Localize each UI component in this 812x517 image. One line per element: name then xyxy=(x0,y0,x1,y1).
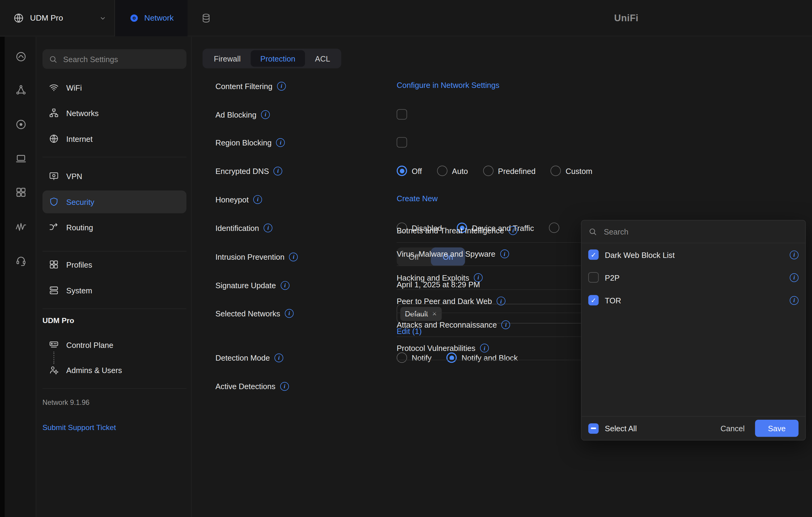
encrypted-dns-option-predefined[interactable]: Predefined xyxy=(483,166,535,176)
sidebar-item-networks[interactable]: Networks xyxy=(42,101,186,124)
list-item-p2p[interactable]: P2P xyxy=(582,266,805,289)
setting-label-selected-networks: Selected Networks xyxy=(215,307,293,320)
save-button[interactable]: Save xyxy=(755,420,799,437)
sidebar-item-label: WiFi xyxy=(66,83,82,92)
app-tab-label: Network xyxy=(144,13,174,23)
encrypted-dns-radio-group: Off Auto Predefined Custom xyxy=(397,164,592,177)
info-icon[interactable] xyxy=(790,250,799,259)
info-icon[interactable] xyxy=(790,273,799,282)
chevron-down-icon xyxy=(99,15,106,22)
setting-label-encrypted-dns: Encrypted DNS xyxy=(215,164,282,177)
encrypted-dns-option-auto[interactable]: Auto xyxy=(437,166,468,176)
popup-search-input[interactable] xyxy=(603,227,758,236)
sidebar-item-label: Routing xyxy=(66,223,93,232)
networks-icon xyxy=(49,108,59,118)
info-icon[interactable] xyxy=(274,353,283,362)
popup-footer: Select All Cancel Save xyxy=(582,416,805,440)
region-blocking-checkbox[interactable] xyxy=(397,137,407,148)
wifi-icon xyxy=(49,83,59,93)
info-icon[interactable] xyxy=(280,382,289,391)
divider xyxy=(42,251,186,251)
version-text: Network 9.1.96 xyxy=(42,398,89,406)
encrypted-dns-option-custom[interactable]: Custom xyxy=(551,166,592,176)
search-settings-input[interactable] xyxy=(62,54,166,64)
unifi-logo: UniFi xyxy=(614,0,639,36)
info-icon[interactable] xyxy=(474,273,483,282)
tab-firewall[interactable]: Firewall xyxy=(204,50,251,67)
setting-label-detection-mode: Detection Mode xyxy=(215,352,283,364)
sidebar-item-label: Profiles xyxy=(66,260,92,269)
list-item-dark-web-block-list[interactable]: Dark Web Block List xyxy=(582,243,805,266)
divider xyxy=(42,157,186,157)
devices-icon[interactable] xyxy=(14,152,27,164)
setting-label-identification: Identification xyxy=(215,221,272,234)
radio-icon xyxy=(483,166,493,176)
info-icon[interactable] xyxy=(509,226,518,235)
sidebar-item-routing[interactable]: Routing xyxy=(42,216,186,239)
tab-protection[interactable]: Protection xyxy=(251,50,305,67)
top-bar: UDM Pro Network UniFi xyxy=(0,0,812,36)
info-icon[interactable] xyxy=(790,296,799,305)
database-icon[interactable] xyxy=(195,0,218,36)
info-icon[interactable] xyxy=(277,82,286,90)
info-icon[interactable] xyxy=(500,250,509,258)
tor-checkbox[interactable] xyxy=(588,295,599,305)
sidebar-item-system[interactable]: System xyxy=(42,279,186,302)
sidebar-item-security[interactable]: Security xyxy=(42,191,186,213)
sidebar-item-vpn[interactable]: VPN xyxy=(42,164,186,187)
sidebar-item-wifi[interactable]: WiFi xyxy=(42,76,186,99)
select-all-checkbox[interactable] xyxy=(588,423,599,433)
network-rail-icon[interactable] xyxy=(14,118,27,130)
sidebar-item-label: System xyxy=(66,286,92,295)
vpn-icon xyxy=(49,171,59,181)
sidebar-item-profiles[interactable]: Profiles xyxy=(42,253,186,276)
tab-acl[interactable]: ACL xyxy=(305,50,340,67)
cancel-button[interactable]: Cancel xyxy=(717,424,749,433)
info-icon[interactable] xyxy=(264,223,272,232)
sidebar-item-internet[interactable]: Internet xyxy=(42,127,186,150)
setting-label-active-detections: Active Detections xyxy=(215,380,289,392)
select-all-label: Select All xyxy=(605,424,637,433)
globe-icon xyxy=(49,134,59,144)
info-icon[interactable] xyxy=(480,344,489,353)
site-overview-icon[interactable] xyxy=(14,50,27,63)
app-tab-network[interactable]: Network xyxy=(115,0,187,36)
info-icon[interactable] xyxy=(261,110,270,119)
sidebar-item-label: VPN xyxy=(66,172,83,180)
info-icon[interactable] xyxy=(289,252,298,261)
shield-icon xyxy=(49,197,59,207)
unifi-network-app: UDM Pro Network UniFi xyxy=(0,0,812,517)
sidebar-item-control-plane[interactable]: Control Plane xyxy=(42,333,186,356)
list-item-tor[interactable]: TOR xyxy=(582,289,805,311)
info-icon[interactable] xyxy=(497,297,505,305)
console-switcher[interactable]: UDM Pro xyxy=(0,0,115,36)
settings-search[interactable] xyxy=(42,49,186,69)
dark-web-block-list-checkbox[interactable] xyxy=(588,249,599,260)
setting-label-signature-update: Signature Update xyxy=(215,279,289,292)
support-icon[interactable] xyxy=(14,254,27,267)
info-icon[interactable] xyxy=(254,195,262,204)
sidebar-item-admins-users[interactable]: Admins & Users xyxy=(42,359,186,382)
p2p-checkbox[interactable] xyxy=(588,272,599,282)
topology-icon[interactable] xyxy=(14,83,27,96)
info-icon[interactable] xyxy=(276,138,285,147)
submit-support-ticket-link[interactable]: Submit Support Ticket xyxy=(42,423,116,431)
clients-icon[interactable] xyxy=(14,186,27,198)
popup-search[interactable] xyxy=(582,221,805,243)
configure-network-settings-link[interactable]: Configure in Network Settings xyxy=(397,81,499,89)
radio-icon xyxy=(437,166,447,176)
info-icon[interactable] xyxy=(285,309,293,317)
app-icon-rail xyxy=(0,37,36,517)
info-icon[interactable] xyxy=(281,281,289,290)
encrypted-dns-option-off[interactable]: Off xyxy=(397,166,422,176)
info-icon[interactable] xyxy=(273,166,282,175)
sidebar-item-label: Control Plane xyxy=(66,340,113,349)
ad-blocking-checkbox[interactable] xyxy=(397,109,407,119)
sidebar-item-label: Internet xyxy=(66,134,93,143)
create-new-honeypot-link[interactable]: Create New xyxy=(397,194,438,203)
setting-label-honeypot: Honeypot xyxy=(215,193,262,206)
setting-label-intrusion-prevention: Intrusion Prevention xyxy=(215,251,298,263)
network-app-icon xyxy=(129,13,139,23)
info-icon[interactable] xyxy=(501,320,510,329)
insights-icon[interactable] xyxy=(14,220,27,233)
